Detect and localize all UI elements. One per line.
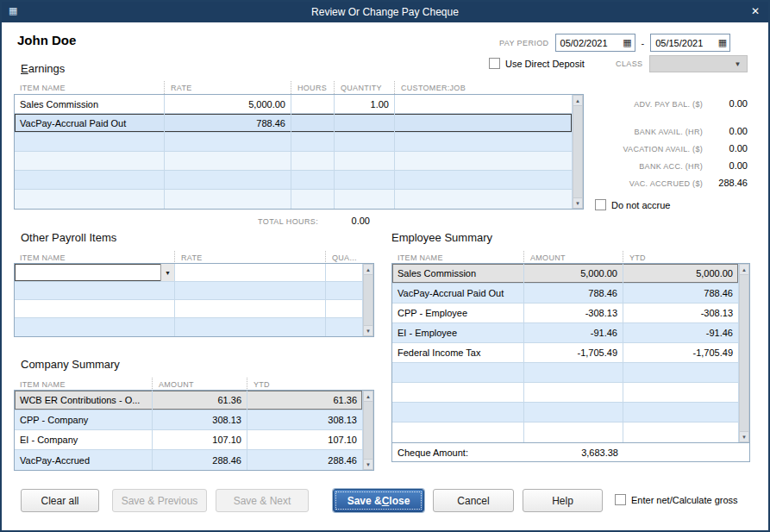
pay-period-end-field[interactable]: 05/15/2021 ▦ (650, 34, 730, 52)
use-direct-deposit-checkbox[interactable] (489, 58, 500, 69)
earnings-rate-cell[interactable]: 788.46 (165, 114, 291, 132)
summary-amount-cell[interactable]: 788.46 (524, 284, 623, 303)
empty-cell[interactable] (15, 190, 165, 209)
summary-item-name-cell[interactable]: CPP - Company (15, 410, 153, 429)
summary-ytd-cell[interactable]: 288.46 (247, 450, 362, 470)
empty-cell[interactable] (392, 383, 524, 402)
earnings-item-name-cell[interactable]: Sales Commission (15, 95, 165, 113)
summary-amount-cell[interactable]: 308.13 (153, 410, 247, 429)
earnings-quantity-cell[interactable]: 1.00 (335, 95, 395, 113)
empty-cell[interactable] (15, 282, 175, 299)
earnings-hours-cell[interactable] (291, 114, 335, 132)
empty-cell[interactable] (15, 300, 175, 317)
other-rate-cell[interactable] (175, 264, 326, 281)
other-payroll-scrollbar[interactable]: ▲ ▼ (362, 264, 373, 336)
summary-item-name-cell[interactable]: VacPay-Accrual Paid Out (392, 284, 524, 303)
other-quantity-cell[interactable] (326, 264, 362, 281)
empty-cell[interactable] (291, 152, 335, 170)
earnings-hours-cell[interactable] (291, 95, 335, 113)
empty-cell[interactable] (291, 190, 335, 209)
earnings-quantity-cell[interactable] (335, 114, 395, 132)
summary-ytd-cell[interactable]: 788.46 (623, 284, 738, 303)
clear-all-button[interactable]: Clear all (21, 489, 99, 512)
scroll-up-icon[interactable]: ▲ (363, 391, 373, 402)
earnings-customer-job-cell[interactable] (395, 114, 572, 132)
empty-cell[interactable] (623, 363, 738, 382)
empty-cell[interactable] (326, 300, 362, 317)
empty-cell[interactable] (623, 383, 738, 402)
empty-cell[interactable] (15, 152, 165, 170)
cancel-button[interactable]: Cancel (433, 489, 514, 512)
empty-cell[interactable] (524, 363, 623, 382)
empty-cell[interactable] (165, 190, 291, 209)
empty-cell[interactable] (395, 152, 572, 170)
empty-cell[interactable] (395, 190, 572, 209)
scroll-down-icon[interactable]: ▼ (363, 459, 373, 470)
summary-ytd-cell[interactable]: -1,705.49 (623, 343, 738, 362)
empty-cell[interactable] (392, 403, 524, 422)
summary-amount-cell[interactable]: -308.13 (524, 304, 623, 322)
empty-cell[interactable] (623, 403, 738, 422)
scroll-down-icon[interactable]: ▼ (363, 325, 373, 336)
title-bar[interactable]: ▦ Review Or Change Pay Cheque ✕ (2, 2, 768, 22)
company-summary-scrollbar[interactable]: ▲ ▼ (362, 391, 373, 470)
do-not-accrue-checkbox[interactable] (595, 199, 606, 210)
scroll-down-icon[interactable]: ▼ (573, 197, 583, 209)
save-close-button[interactable]: Save & Close (333, 489, 424, 512)
scroll-up-icon[interactable]: ▲ (739, 264, 749, 275)
summary-amount-cell[interactable]: -1,705.49 (524, 343, 623, 362)
summary-ytd-cell[interactable]: 308.13 (247, 410, 362, 429)
empty-cell[interactable] (291, 171, 335, 189)
summary-amount-cell[interactable]: 61.36 (153, 391, 247, 410)
summary-amount-cell[interactable]: 288.46 (153, 450, 247, 470)
close-button[interactable]: ✕ (751, 5, 760, 19)
enter-net-checkbox[interactable] (615, 494, 626, 505)
empty-cell[interactable] (15, 171, 165, 189)
earnings-customer-job-cell[interactable] (395, 95, 572, 113)
empty-cell[interactable] (395, 171, 572, 189)
empty-cell[interactable] (175, 300, 326, 317)
calendar-icon[interactable]: ▦ (718, 38, 727, 47)
empty-cell[interactable] (326, 282, 362, 299)
empty-cell[interactable] (326, 318, 362, 336)
empty-cell[interactable] (165, 171, 291, 189)
earnings-item-name-cell[interactable]: VacPay-Accrual Paid Out (15, 114, 165, 132)
empty-cell[interactable] (524, 422, 623, 442)
empty-cell[interactable] (175, 318, 326, 336)
summary-ytd-cell[interactable]: -91.46 (623, 323, 738, 342)
summary-item-name-cell[interactable]: Sales Commission (392, 264, 524, 283)
empty-cell[interactable] (623, 422, 738, 442)
employee-summary-scrollbar[interactable]: ▲ ▼ (738, 264, 749, 442)
scrollbar-thumb[interactable] (363, 275, 373, 325)
empty-cell[interactable] (291, 133, 335, 151)
summary-item-name-cell[interactable]: Federal Income Tax (392, 343, 524, 362)
combo-dropdown-icon[interactable]: ▼ (160, 264, 174, 281)
empty-cell[interactable] (524, 383, 623, 402)
summary-ytd-cell[interactable]: 5,000.00 (623, 264, 738, 283)
scrollbar-thumb[interactable] (363, 402, 373, 459)
empty-cell[interactable] (15, 133, 165, 151)
empty-cell[interactable] (335, 190, 395, 209)
empty-cell[interactable] (392, 363, 524, 382)
scrollbar-thumb[interactable] (739, 275, 749, 431)
empty-cell[interactable] (335, 133, 395, 151)
other-item-name-combo[interactable]: ▼ (15, 264, 175, 281)
empty-cell[interactable] (395, 133, 572, 151)
summary-item-name-cell[interactable]: EI - Company (15, 430, 153, 449)
empty-cell[interactable] (165, 152, 291, 170)
empty-cell[interactable] (165, 133, 291, 151)
class-dropdown[interactable]: ▼ (649, 55, 748, 72)
empty-cell[interactable] (15, 318, 175, 336)
scroll-up-icon[interactable]: ▲ (363, 264, 373, 275)
scroll-down-icon[interactable]: ▼ (739, 431, 749, 442)
summary-item-name-cell[interactable]: EI - Employee (392, 323, 524, 342)
calendar-icon[interactable]: ▦ (623, 38, 631, 47)
summary-amount-cell[interactable]: 5,000.00 (524, 264, 623, 283)
summary-item-name-cell[interactable]: WCB ER Contributions - O... (15, 391, 153, 410)
empty-cell[interactable] (175, 282, 326, 299)
earnings-rate-cell[interactable]: 5,000.00 (165, 95, 291, 113)
summary-amount-cell[interactable]: 107.10 (153, 430, 247, 449)
summary-ytd-cell[interactable]: 107.10 (247, 430, 362, 449)
empty-cell[interactable] (335, 152, 395, 170)
summary-amount-cell[interactable]: -91.46 (524, 323, 623, 342)
